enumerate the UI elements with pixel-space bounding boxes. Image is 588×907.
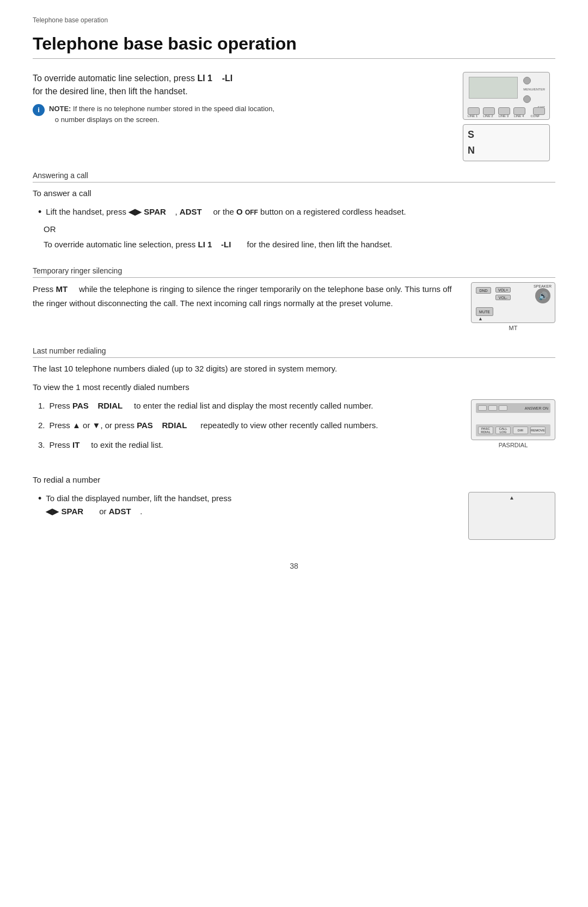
redial-heading: To redial a number: [33, 473, 555, 486]
redial-bullet-text: To dial the displayed number, lift the h…: [46, 492, 231, 518]
answer-on-label: ANSWER ON: [525, 406, 548, 410]
page-number: 38: [33, 562, 555, 570]
mute-btn: MUTE: [476, 307, 493, 316]
vol-btns: VOL+ VOL-: [495, 287, 511, 300]
pasrdial-top-btn1: [478, 405, 487, 411]
exit-btn: [523, 95, 531, 103]
pasrdial-block: 1. Press PAS RDIAL to enter the redial l…: [33, 399, 555, 458]
step3-num: 3.: [38, 439, 45, 452]
bullet-dot: •: [38, 205, 41, 219]
step1-num: 1.: [38, 399, 45, 412]
sn-box: S N: [463, 124, 550, 161]
speaker-label: SPEAKER: [534, 284, 552, 288]
numbered-list: 1. Press PAS RDIAL to enter the redial l…: [38, 399, 458, 452]
step1-text: Press PAS RDIAL to enter the redial list…: [50, 399, 373, 412]
conf-btn: [533, 107, 545, 115]
intro-line1: To override automatic line selection, pr…: [33, 72, 446, 98]
sn-text: S N: [468, 127, 475, 159]
last-number-heading: Last number redialing: [33, 346, 555, 358]
answering-section: Answering a call To answer a call • Lift…: [33, 171, 555, 251]
dnd-btn: DND: [476, 287, 491, 294]
line1-btn: [468, 107, 480, 115]
mute-device-wrap: SPEAKER 🔊 DND VOL+ VOL- MUTE ▲ MT: [471, 282, 555, 331]
pasrdial-label: PASRDIAL: [499, 442, 528, 448]
step2-item: 2. Press ▲ or ▼, or press PAS RDIAL repe…: [38, 419, 458, 432]
redial-bullet: • To dial the displayed number, lift the…: [38, 492, 452, 518]
mute-device: SPEAKER 🔊 DND VOL+ VOL- MUTE ▲: [471, 282, 555, 323]
answering-sub: To answer a call: [33, 187, 555, 200]
last-number-section: Last number redialing The last 10 teleph…: [33, 346, 555, 458]
buttons-row: [468, 107, 545, 115]
step2-text: Press ▲ or ▼, or press PAS RDIAL repeate…: [50, 419, 378, 432]
ringer-heading: Temporary ringer silencing: [33, 266, 555, 278]
pasrdial-dir-btn: DIR: [513, 427, 528, 434]
page-header: Telephone base operation: [33, 16, 555, 24]
note-box: i NOTE: If there is no telephone number …: [33, 104, 446, 125]
line2-btn: [483, 107, 495, 115]
page-title: Telephone base basic operation: [33, 34, 555, 59]
pasrdial-device: ANSWER ON PASCRDIAL CALLLOG DIR REMOVE: [471, 399, 555, 440]
answering-heading: Answering a call: [33, 171, 555, 182]
vol-plus-btn: VOL+: [495, 287, 511, 293]
redial-section: To redial a number • To dial the display…: [33, 473, 555, 540]
redial-text: • To dial the displayed number, lift the…: [33, 492, 452, 523]
step3-item: 3. Press IT to exit the redial list.: [38, 439, 458, 452]
redial-block: • To dial the displayed number, lift the…: [33, 492, 555, 540]
ringer-section: Temporary ringer silencing Press MT whil…: [33, 266, 555, 331]
phone-screen: [469, 77, 518, 99]
pasrdial-pasc-btn: PASCRDIAL: [478, 427, 493, 434]
step1-item: 1. Press PAS RDIAL to enter the redial l…: [38, 399, 458, 412]
vol-minus-btn: VOL-: [495, 295, 511, 300]
speaker-icon: 🔊: [535, 288, 550, 303]
step2-num: 2.: [38, 419, 45, 432]
redial-bullet-dot: •: [38, 492, 41, 506]
mt-label: ▲: [478, 316, 483, 321]
answering-bullet1: • Lift the handset, press ◀▶ SPAR , ADST…: [38, 205, 555, 219]
line4-btn: [513, 107, 525, 115]
pasrdial-top-row: ANSWER ON: [476, 403, 550, 413]
last-number-sub: To view the 1 most recently dialed numbe…: [33, 381, 555, 394]
line3-btn: [498, 107, 510, 115]
pasrdial-device-wrap: ANSWER ON PASCRDIAL CALLLOG DIR REMOVE P…: [471, 399, 555, 448]
intro-text: To override automatic line selection, pr…: [33, 72, 446, 125]
intro-line2: for the desired line, then lift the hand…: [33, 87, 188, 96]
pasrdial-calllog-btn: CALLLOG: [495, 427, 511, 434]
spar-device: ▲: [468, 492, 555, 540]
arrow-indicator: ▲: [509, 495, 514, 501]
right-controls: MENU/ENTER EXIT: [523, 77, 545, 109]
pasrdial-remove-btn: REMOVE: [530, 427, 546, 434]
info-icon: i: [33, 104, 45, 116]
ringer-text: Press MT while the telephone is ringing …: [33, 282, 458, 310]
intro-block: To override automatic line selection, pr…: [33, 72, 555, 161]
answering-bullet-text: Lift the handset, press ◀▶ SPAR , ADST o…: [46, 205, 406, 218]
override-text: To override automatic line selection, pr…: [44, 238, 555, 251]
top-device-image: MENU/ENTER EXIT LINE 1 LINE 2 LINE 3 LIN…: [463, 72, 555, 161]
menu-enter-btn: [523, 77, 531, 84]
phone-base-device: MENU/ENTER EXIT LINE 1 LINE 2 LINE 3 LIN…: [463, 72, 550, 120]
or-text: OR: [44, 224, 555, 234]
ringer-block: Press MT while the telephone is ringing …: [33, 282, 555, 331]
mt-caption: MT: [509, 325, 518, 331]
step3-text: Press IT to exit the redial list.: [50, 439, 163, 452]
pasrdial-steps: 1. Press PAS RDIAL to enter the redial l…: [33, 399, 458, 458]
note-text: NOTE: If there is no telephone number st…: [49, 104, 274, 125]
pasrdial-top-btn2: [488, 405, 497, 411]
last-number-body: The last 10 telephone numbers dialed (up…: [33, 362, 555, 375]
pasrdial-bottom-row: PASCRDIAL CALLLOG DIR REMOVE: [476, 424, 550, 436]
pasrdial-top-btn3: [499, 405, 507, 411]
bottom-device-wrap: ▲: [468, 492, 555, 540]
